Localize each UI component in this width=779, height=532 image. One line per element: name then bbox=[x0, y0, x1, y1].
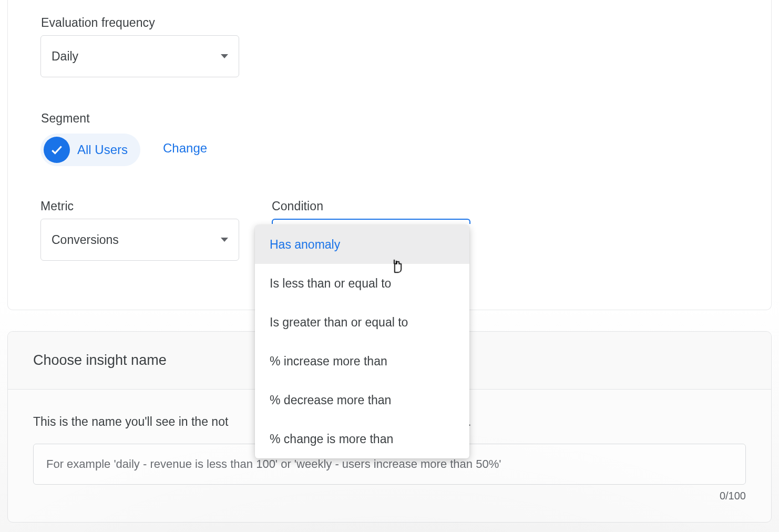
segment-chip-label: All Users bbox=[77, 142, 128, 157]
condition-option[interactable]: Has anomaly bbox=[255, 225, 469, 264]
check-icon bbox=[44, 137, 70, 163]
chevron-down-icon bbox=[221, 54, 228, 58]
evaluation-frequency-select[interactable]: Daily bbox=[40, 35, 239, 77]
condition-select[interactable] bbox=[272, 219, 470, 224]
metric-label: Metric bbox=[40, 199, 74, 213]
segment-chip-all-users[interactable]: All Users bbox=[40, 134, 140, 166]
segment-label: Segment bbox=[41, 111, 90, 126]
metric-value: Conversions bbox=[52, 233, 119, 247]
segment-change-link[interactable]: Change bbox=[163, 141, 207, 156]
condition-option[interactable]: Is less than or equal to bbox=[255, 264, 469, 303]
condition-option[interactable]: % decrease more than bbox=[255, 381, 469, 420]
evaluation-frequency-value: Daily bbox=[52, 49, 78, 64]
metric-select[interactable]: Conversions bbox=[40, 219, 239, 261]
condition-option[interactable]: Is greater than or equal to bbox=[255, 303, 469, 342]
insight-name-title: Choose insight name bbox=[33, 352, 167, 369]
insight-name-counter: 0/100 bbox=[33, 490, 746, 502]
condition-dropdown-menu: Has anomalyIs less than or equal toIs gr… bbox=[255, 225, 469, 458]
condition-label: Condition bbox=[272, 199, 323, 213]
evaluation-frequency-label: Evaluation frequency bbox=[41, 16, 155, 30]
description-left: This is the name you'll see in the not bbox=[33, 415, 228, 428]
condition-option[interactable]: % increase more than bbox=[255, 342, 469, 381]
condition-option[interactable]: % change is more than bbox=[255, 420, 469, 458]
chevron-down-icon bbox=[221, 238, 228, 242]
